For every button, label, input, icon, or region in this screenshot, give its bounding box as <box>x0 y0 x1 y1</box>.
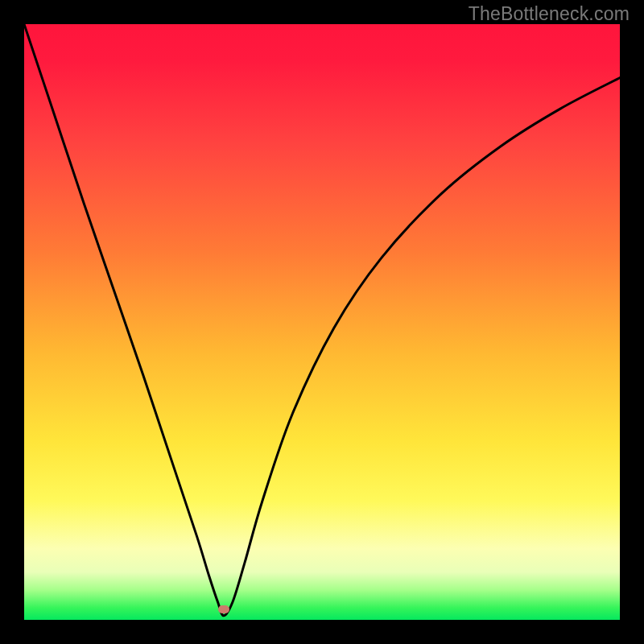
curve-svg <box>24 24 620 620</box>
plot-area <box>24 24 620 620</box>
curve-path <box>24 24 620 616</box>
minimum-marker <box>218 605 229 613</box>
chart-frame: TheBottleneck.com <box>0 0 644 644</box>
watermark-text: TheBottleneck.com <box>469 3 630 25</box>
